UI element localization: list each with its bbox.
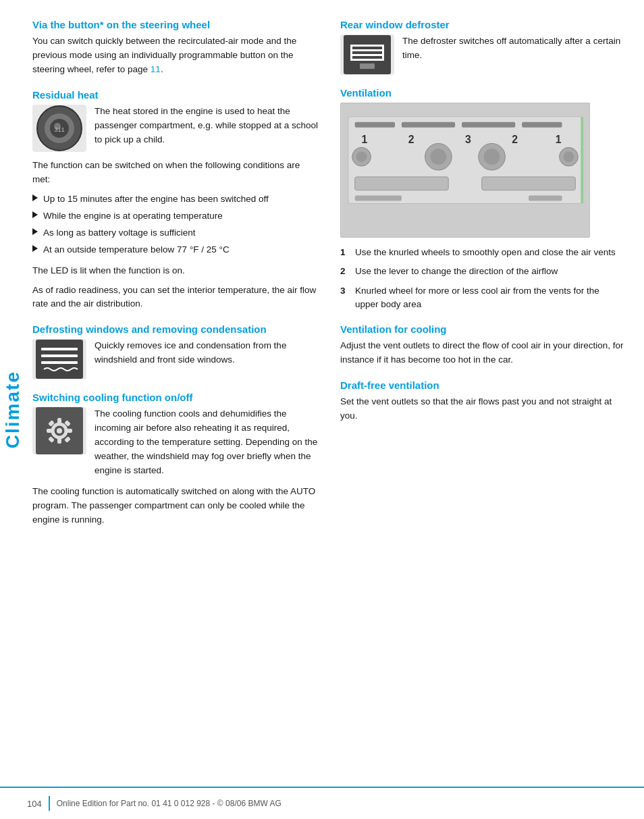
svg-rect-47 bbox=[355, 177, 449, 190]
svg-rect-50 bbox=[529, 196, 562, 201]
svg-rect-31 bbox=[402, 122, 455, 128]
list-item: While the engine is at operating tempera… bbox=[32, 209, 320, 223]
svg-rect-7 bbox=[41, 354, 78, 357]
residual-heat-radio: As of radio readiness, you can set the i… bbox=[32, 284, 320, 312]
svg-rect-12 bbox=[57, 418, 61, 423]
svg-rect-13 bbox=[57, 438, 61, 444]
ventilation-list: 1 Use the knurled wheels to smoothly ope… bbox=[340, 246, 624, 311]
svg-rect-6 bbox=[41, 348, 78, 350]
svg-rect-24 bbox=[350, 59, 384, 61]
svg-point-40 bbox=[356, 151, 367, 162]
page-wrapper: Climate Via the button* on the steering … bbox=[0, 0, 644, 819]
heading-ventilation: Ventilation bbox=[340, 87, 624, 99]
residual-heat-icon-text: The heat stored in the engine is used to… bbox=[95, 105, 320, 147]
svg-rect-8 bbox=[41, 361, 78, 364]
defrost-icon bbox=[36, 340, 83, 379]
svg-rect-27 bbox=[360, 63, 375, 69]
list-item-3: 3 Knurled wheel for more or less cool ai… bbox=[340, 284, 624, 312]
bullet-triangle bbox=[32, 194, 38, 201]
heading-cooling: Switching cooling function on/off bbox=[32, 392, 320, 403]
cooling-block: The cooling function cools and dehumidif… bbox=[32, 407, 320, 478]
cooling-icon-text: The cooling function cools and dehumidif… bbox=[95, 407, 320, 478]
list-text: Use the lever to change the direction of… bbox=[355, 265, 558, 278]
svg-text:1: 1 bbox=[556, 134, 562, 145]
heading-steering-wheel: Via the button* on the steering wheel bbox=[32, 19, 320, 30]
bullet-text: Up to 15 minutes after the engine has be… bbox=[43, 192, 269, 206]
sidebar-label: Climate bbox=[2, 371, 24, 448]
defrost-icon-box bbox=[32, 339, 86, 379]
list-item-1: 1 Use the knurled wheels to smoothly ope… bbox=[340, 246, 624, 259]
footer-divider bbox=[49, 796, 50, 811]
main-content: Via the button* on the steering wheel Yo… bbox=[26, 0, 644, 819]
list-item: As long as battery voltage is sufficient bbox=[32, 226, 320, 240]
svg-point-42 bbox=[431, 149, 447, 165]
residual-heat-block: 311 The heat stored in the engine is use… bbox=[32, 105, 320, 152]
defrost-block: Quickly removes ice and condensation fro… bbox=[32, 339, 320, 379]
vent-diagram: 1 2 3 2 1 bbox=[341, 103, 589, 237]
list-item: Up to 15 minutes after the engine has be… bbox=[32, 192, 320, 206]
svg-rect-51 bbox=[581, 117, 583, 204]
cooling-body: The cooling function is automatically sw… bbox=[32, 485, 320, 527]
residual-heat-led: The LED is lit when the function is on. bbox=[32, 264, 320, 278]
residual-heat-conditions-intro: The function can be switched on when the… bbox=[32, 159, 320, 187]
residual-heat-icon: 311 bbox=[36, 105, 83, 152]
svg-rect-15 bbox=[67, 429, 72, 433]
svg-rect-26 bbox=[382, 45, 384, 61]
bullet-text: As long as battery voltage is sufficient bbox=[43, 226, 196, 240]
left-column: Via the button* on the steering wheel Yo… bbox=[32, 19, 320, 778]
heading-residual-heat: Residual heat bbox=[32, 89, 320, 101]
bullet-triangle bbox=[32, 211, 38, 218]
rear-defroster-icon-text: The defroster switches off automatically… bbox=[402, 34, 624, 63]
list-item-2: 2 Use the lever to change the direction … bbox=[340, 265, 624, 278]
svg-text:1: 1 bbox=[362, 134, 368, 145]
svg-rect-5 bbox=[36, 340, 83, 379]
cooling-icon-box bbox=[32, 407, 86, 454]
residual-heat-bullets: Up to 15 minutes after the engine has be… bbox=[32, 192, 320, 257]
defrost-icon-text: Quickly removes ice and condensation fro… bbox=[95, 339, 320, 367]
draft-free-body: Set the vent outlets so that the air flo… bbox=[340, 395, 624, 423]
svg-point-44 bbox=[484, 149, 500, 165]
bullet-triangle bbox=[32, 245, 38, 252]
rear-defroster-icon-box bbox=[340, 34, 394, 75]
bullet-triangle bbox=[32, 228, 38, 235]
list-num: 3 bbox=[340, 284, 350, 312]
svg-rect-25 bbox=[350, 45, 352, 61]
svg-text:3: 3 bbox=[465, 134, 471, 145]
heading-vent-cooling: Ventilation for cooling bbox=[340, 323, 624, 335]
bullet-text: While the engine is at operating tempera… bbox=[43, 209, 223, 223]
heading-defrost: Defrosting windows and removing condensa… bbox=[32, 323, 320, 335]
rear-defroster-block: The defroster switches off automatically… bbox=[340, 34, 624, 75]
svg-point-11 bbox=[57, 428, 62, 433]
svg-rect-30 bbox=[355, 122, 395, 128]
svg-text:2: 2 bbox=[408, 134, 414, 145]
cooling-icon bbox=[36, 407, 83, 454]
svg-rect-23 bbox=[350, 54, 384, 56]
svg-rect-33 bbox=[522, 122, 562, 128]
list-item: At an outside temperature below 77 °F / … bbox=[32, 243, 320, 257]
svg-point-46 bbox=[564, 151, 574, 162]
svg-rect-49 bbox=[355, 196, 402, 201]
svg-text:2: 2 bbox=[512, 134, 518, 145]
svg-rect-22 bbox=[350, 49, 384, 51]
text-steering-wheel: You can switch quickly between the recir… bbox=[32, 34, 320, 77]
list-num: 1 bbox=[340, 246, 350, 259]
svg-rect-48 bbox=[482, 177, 576, 190]
right-column: Rear window defroster bbox=[340, 19, 624, 778]
page-link[interactable]: 11 bbox=[151, 64, 161, 74]
bullet-text: At an outside temperature below 77 °F / … bbox=[43, 243, 230, 257]
list-text: Knurled wheel for more or less cool air … bbox=[355, 284, 624, 312]
residual-heat-icon-box: 311 bbox=[32, 105, 86, 152]
rear-defroster-icon bbox=[344, 35, 391, 74]
heading-draft-free: Draft-free ventilation bbox=[340, 379, 624, 391]
svg-text:311: 311 bbox=[54, 126, 64, 133]
page-number: 104 bbox=[27, 799, 42, 809]
svg-rect-21 bbox=[350, 45, 384, 47]
list-num: 2 bbox=[340, 265, 350, 278]
svg-rect-32 bbox=[462, 122, 515, 128]
footer: 104 Online Edition for Part no. 01 41 0 … bbox=[0, 787, 644, 819]
vent-cooling-body: Adjust the vent outlets to direct the fl… bbox=[340, 339, 624, 367]
ventilation-image: 1 2 3 2 1 bbox=[340, 103, 590, 238]
footer-text: Online Edition for Part no. 01 41 0 012 … bbox=[57, 799, 281, 808]
list-text: Use the knurled wheels to smoothly open … bbox=[355, 246, 616, 259]
sidebar: Climate bbox=[0, 0, 26, 819]
